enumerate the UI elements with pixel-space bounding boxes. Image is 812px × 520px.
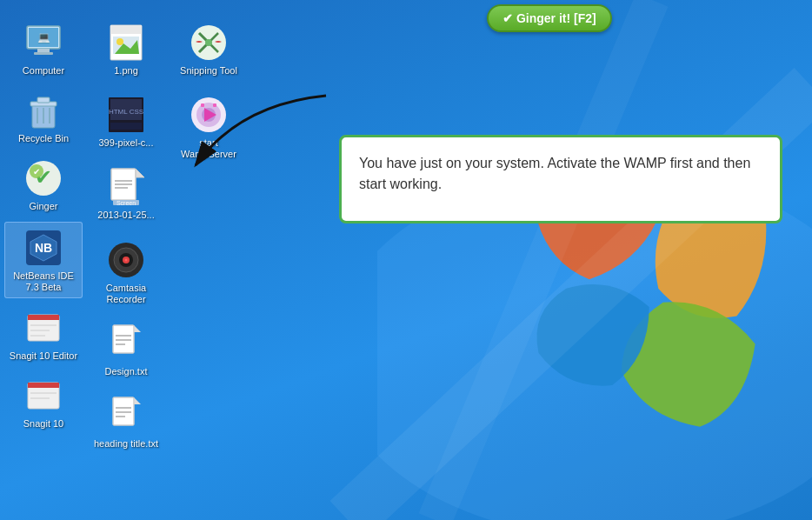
snagit10-label: Snagit 10 bbox=[23, 418, 63, 430]
computer-label: Computer bbox=[23, 65, 64, 77]
snagit10-editor-label: Snagit 10 Editor bbox=[10, 350, 77, 362]
svg-marker-42 bbox=[136, 169, 144, 177]
icon-wampserver[interactable]: start WampServer bbox=[170, 90, 248, 164]
399pixel-icon: HTML CSS bbox=[105, 94, 147, 136]
icon-snagit10[interactable]: Snagit 10 bbox=[4, 370, 83, 434]
icon-1png[interactable]: 1.png bbox=[87, 17, 165, 81]
1png-icon bbox=[105, 22, 147, 63]
svg-rect-29 bbox=[28, 383, 59, 388]
svg-point-67 bbox=[205, 39, 212, 46]
design-label: Design.txt bbox=[105, 366, 148, 377]
desktop-icons-col3: Snipping Tool start WampServer bbox=[165, 9, 252, 178]
tooltip-text: You have just on your system. Activate t… bbox=[359, 156, 750, 191]
svg-rect-7 bbox=[37, 49, 50, 52]
svg-text:Screen: Screen bbox=[116, 200, 136, 206]
svg-rect-40 bbox=[110, 123, 142, 130]
svg-point-35 bbox=[116, 38, 123, 45]
svg-rect-8 bbox=[34, 52, 53, 55]
tooltip-box: You have just on your system. Activate t… bbox=[339, 135, 782, 223]
ginger-it-button[interactable]: ✔ Ginger it! [F2] bbox=[487, 4, 612, 32]
icon-399pixel[interactable]: HTML CSS 399-pixel-c... bbox=[87, 90, 165, 153]
netbeans-icon: NB bbox=[23, 227, 64, 269]
recycle-bin-label: Recycle Bin bbox=[18, 133, 69, 144]
heading-icon bbox=[105, 395, 147, 437]
svg-rect-72 bbox=[213, 103, 216, 107]
snagit10-icon bbox=[23, 375, 64, 417]
recycle-bin-icon bbox=[23, 90, 64, 131]
svg-marker-61 bbox=[134, 397, 141, 404]
ginger-label: Ginger bbox=[29, 201, 57, 212]
svg-text:NB: NB bbox=[35, 241, 52, 255]
svg-marker-55 bbox=[134, 325, 141, 332]
icon-2013doc[interactable]: Screen 2013-01-25... bbox=[87, 162, 165, 225]
wampserver-icon bbox=[188, 94, 230, 136]
svg-rect-54 bbox=[113, 325, 134, 353]
icon-snagit10-editor[interactable]: Snagit 10 Editor bbox=[4, 303, 83, 366]
svg-rect-71 bbox=[201, 103, 204, 107]
ginger-icon: ✔ ✔ bbox=[23, 157, 64, 199]
svg-rect-33 bbox=[110, 25, 142, 34]
1png-label: 1.png bbox=[114, 65, 138, 77]
icon-heading[interactable]: heading title.txt bbox=[87, 390, 165, 454]
svg-text:✔: ✔ bbox=[33, 167, 40, 177]
399pixel-label: 399-pixel-c... bbox=[99, 137, 154, 149]
icon-netbeans[interactable]: NB NetBeans IDE 7.3 Beta bbox=[4, 222, 83, 298]
heading-label: heading title.txt bbox=[94, 438, 158, 450]
wampserver-label: start WampServer bbox=[174, 137, 243, 160]
2013doc-label: 2013-01-25... bbox=[97, 210, 154, 221]
icon-recycle-bin[interactable]: Recycle Bin bbox=[4, 85, 83, 149]
design-icon bbox=[105, 323, 147, 364]
svg-rect-24 bbox=[28, 315, 59, 320]
svg-text:HTML CSS: HTML CSS bbox=[109, 108, 143, 116]
2013doc-icon: Screen bbox=[105, 166, 147, 208]
icon-camtasia[interactable]: Camtasia Recorder bbox=[87, 235, 165, 310]
camtasia-icon bbox=[105, 239, 147, 281]
svg-rect-12 bbox=[37, 97, 50, 103]
desktop-icons-col2: 1.png HTML CSS 399-pixel-c... Scre bbox=[83, 9, 170, 467]
svg-text:💻: 💻 bbox=[37, 30, 50, 43]
netbeans-label: NetBeans IDE 7.3 Beta bbox=[10, 270, 77, 293]
snipping-icon bbox=[188, 22, 230, 63]
icon-computer[interactable]: 💻 Computer bbox=[4, 17, 83, 81]
icon-design[interactable]: Design.txt bbox=[87, 318, 165, 382]
computer-icon: 💻 bbox=[23, 22, 64, 63]
svg-rect-60 bbox=[113, 397, 134, 425]
icon-ginger[interactable]: ✔ ✔ Ginger bbox=[4, 153, 83, 217]
icon-snipping[interactable]: Snipping Tool bbox=[170, 17, 248, 81]
camtasia-label: Camtasia Recorder bbox=[91, 283, 161, 305]
snagit10-editor-icon bbox=[23, 307, 64, 349]
svg-point-53 bbox=[125, 258, 128, 261]
snipping-label: Snipping Tool bbox=[180, 65, 237, 77]
